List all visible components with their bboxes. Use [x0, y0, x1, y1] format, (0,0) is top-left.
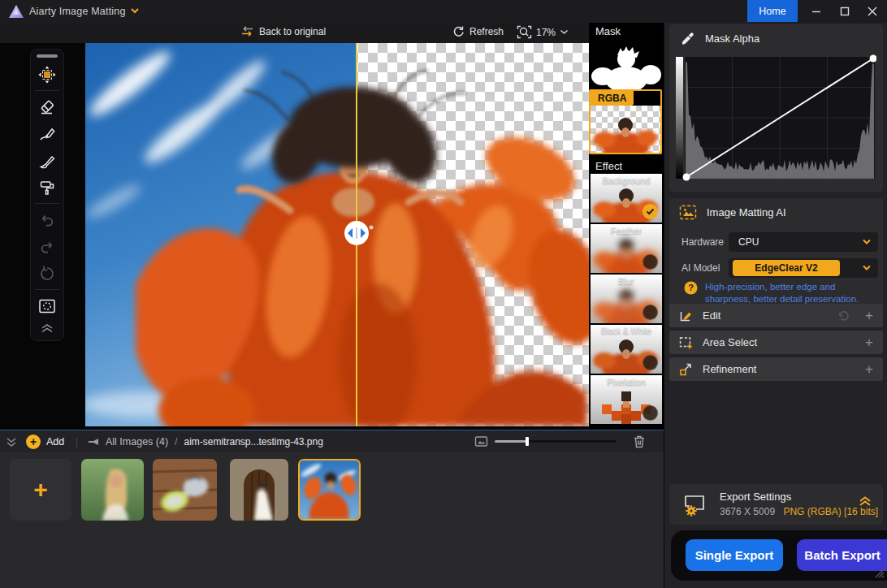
hardware-select[interactable]: CPU — [729, 232, 878, 252]
trash-icon — [633, 435, 646, 448]
app-logo-icon — [7, 2, 25, 20]
pen-tool-button[interactable] — [31, 120, 63, 147]
export-format: PNG (RGBA) [16 bits] — [783, 506, 878, 517]
image-canvas[interactable] — [85, 43, 589, 426]
area-select-label: Area Select — [703, 336, 865, 348]
image-thumbnail-2[interactable] — [153, 459, 217, 521]
undo-button[interactable] — [31, 206, 63, 233]
add-image-tile[interactable]: + — [10, 459, 71, 521]
thumbnail-size-slider[interactable] — [495, 440, 617, 443]
export-settings-card[interactable]: Export Settings 3676 X 5009 PNG (RGBA) [… — [669, 484, 883, 525]
image-thumbnail-4-selected[interactable] — [298, 459, 361, 521]
redo-button[interactable] — [31, 233, 63, 260]
back-to-original-label: Back to original — [259, 26, 326, 37]
reset-icon — [38, 265, 56, 283]
refinement-expand-icon[interactable]: + — [865, 362, 873, 376]
chevron-down-icon — [862, 239, 872, 245]
edit-section[interactable]: Edit + — [669, 304, 883, 327]
help-icon[interactable]: ? — [684, 281, 698, 295]
eraser-tool-button[interactable] — [31, 93, 63, 120]
refinement-section[interactable]: Refinement + — [669, 357, 883, 381]
home-button[interactable]: Home — [747, 0, 798, 22]
effect-feather[interactable]: Feather — [591, 224, 662, 273]
effect-label: Blur — [591, 276, 662, 286]
svg-text:?: ? — [688, 283, 694, 292]
reset-button[interactable] — [31, 260, 63, 287]
single-export-button[interactable]: Single Export — [686, 539, 783, 571]
effect-blur[interactable]: Blur — [591, 275, 662, 323]
area-select-section[interactable]: Area Select + — [669, 331, 883, 354]
effect-radio-icon — [643, 355, 658, 370]
image-matting-ai-title: Image Matting AI — [707, 206, 786, 218]
path-separator: / — [175, 436, 177, 447]
collapse-toolbar-button[interactable] — [31, 319, 63, 337]
effect-black-white[interactable]: Black & White — [591, 325, 662, 374]
marquee-select-button[interactable] — [31, 292, 63, 319]
export-dimensions: 3676 X 5009 — [720, 506, 775, 517]
tool-divider — [35, 203, 59, 204]
area-select-icon — [678, 335, 693, 350]
slider-handle[interactable] — [526, 437, 529, 446]
app-menu-chevron-icon[interactable] — [130, 7, 140, 14]
refresh-label: Refresh — [469, 26, 504, 37]
effect-pixelation[interactable]: Pixelation — [591, 375, 662, 424]
export-collapse-icon[interactable] — [859, 495, 872, 507]
roller-tool-button[interactable] — [31, 174, 63, 201]
image-thumbnail-1[interactable] — [81, 459, 144, 521]
hardware-value: CPU — [729, 236, 862, 248]
resize-grip[interactable] — [872, 567, 885, 578]
effect-selected-check-icon — [643, 204, 658, 219]
hardware-label: Hardware — [681, 236, 724, 248]
redo-icon — [38, 238, 56, 256]
back-to-original-button[interactable]: Back to original — [240, 25, 326, 37]
zoom-control[interactable]: 17% — [517, 25, 569, 39]
pen-icon — [38, 125, 56, 143]
edit-expand-icon[interactable]: + — [865, 309, 873, 322]
mask-thumbnail[interactable] — [591, 42, 662, 91]
brush-tool-button[interactable] — [31, 147, 63, 174]
rgba-layer-selected[interactable]: RGBA — [589, 89, 662, 154]
close-button[interactable] — [859, 0, 886, 22]
thumbnail-size-control — [474, 430, 617, 452]
double-chevron-up-icon — [41, 323, 54, 333]
compare-view — [85, 43, 589, 426]
eraser-icon — [38, 98, 56, 116]
effect-background[interactable]: Background — [591, 174, 662, 223]
export-dock: Single Export Batch Export — [671, 530, 887, 581]
move-tool-button[interactable] — [31, 61, 63, 88]
delete-image-button[interactable] — [633, 430, 646, 452]
image-matting-icon — [679, 205, 697, 220]
thumbnail-size-icon — [474, 435, 488, 447]
move-tool-icon — [37, 65, 57, 84]
effect-label: Pixelation — [591, 377, 662, 387]
effect-radio-icon — [643, 254, 658, 270]
mask-alpha-histogram[interactable] — [676, 50, 876, 187]
app-window: Aiarty Image Matting Home Back to origin… — [0, 0, 887, 588]
refresh-icon — [452, 25, 465, 38]
effect-label: Black & White — [591, 326, 662, 335]
effect-label: Feather — [591, 226, 662, 236]
marquee-selection-icon — [37, 296, 57, 316]
eyedropper-icon — [681, 31, 695, 45]
tool-rail-drag-handle[interactable] — [37, 54, 58, 58]
collapse-filmstrip-button[interactable] — [6, 430, 17, 452]
all-images-link[interactable]: All Images (4) — [106, 436, 168, 447]
swap-arrows-icon — [240, 25, 254, 37]
ai-model-select[interactable]: EdgeClear V2 — [729, 258, 878, 278]
single-export-label: Single Export — [695, 548, 774, 562]
add-images-button[interactable]: + Add — [26, 430, 64, 452]
image-thumbnail-3[interactable] — [230, 459, 288, 521]
minimize-button[interactable] — [803, 0, 830, 22]
area-select-expand-icon[interactable]: + — [865, 335, 873, 349]
edit-undo-icon[interactable] — [837, 310, 852, 322]
refresh-button[interactable]: Refresh — [452, 25, 504, 38]
brush-icon — [38, 152, 56, 170]
image-matting-ai-card: Image Matting AI Hardware CPU AI Model E… — [669, 198, 883, 307]
effect-radio-icon — [643, 405, 658, 421]
ai-model-pill: EdgeClear V2 — [733, 260, 840, 276]
maximize-button[interactable] — [831, 0, 859, 22]
mask-alpha-card: Mask Alpha — [669, 24, 883, 192]
zoom-chevron-icon — [560, 29, 569, 35]
zoom-magnifier-icon — [517, 25, 532, 39]
back-arrow-icon[interactable] — [88, 437, 99, 447]
